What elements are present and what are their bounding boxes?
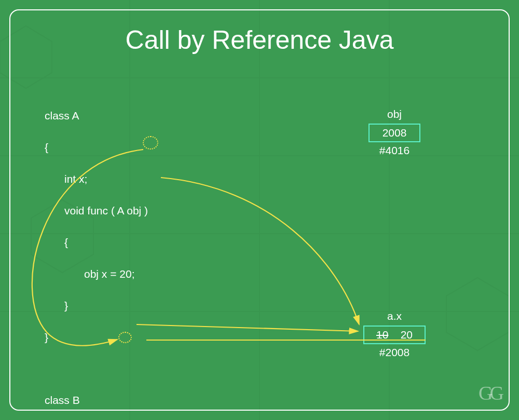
- highlight-circle-obj: [143, 136, 158, 150]
- obj-memory-box: 2008: [368, 124, 420, 142]
- code-line: {: [45, 235, 152, 250]
- ax-address: #2008: [363, 346, 426, 359]
- ax-new-value: 20: [401, 329, 413, 341]
- code-line: class B: [45, 392, 152, 408]
- code-block: class A { int x; void func ( A obj ) { o…: [45, 92, 152, 420]
- obj-value: 2008: [383, 127, 407, 139]
- ax-memory-box: 10 20: [363, 326, 426, 344]
- obj-address: #4016: [363, 144, 426, 157]
- code-line: int x;: [45, 171, 152, 187]
- diagram-title: Call by Reference Java: [0, 25, 519, 55]
- obj-param: obj: [127, 205, 141, 216]
- ax-old-value: 10: [376, 329, 388, 341]
- code-line: class A: [45, 108, 152, 124]
- code-line: obj x = 20;: [45, 266, 152, 282]
- code-line: }: [45, 298, 152, 314]
- code-spacer: [45, 361, 152, 376]
- obj-label: obj: [363, 108, 426, 120]
- code-line: void func ( A obj ): [45, 203, 152, 219]
- code-line: }: [45, 330, 152, 345]
- code-line: {: [45, 140, 152, 155]
- logo: GG: [479, 382, 501, 404]
- ax-label: a.x: [363, 310, 426, 322]
- highlight-circle-arg: [118, 332, 132, 343]
